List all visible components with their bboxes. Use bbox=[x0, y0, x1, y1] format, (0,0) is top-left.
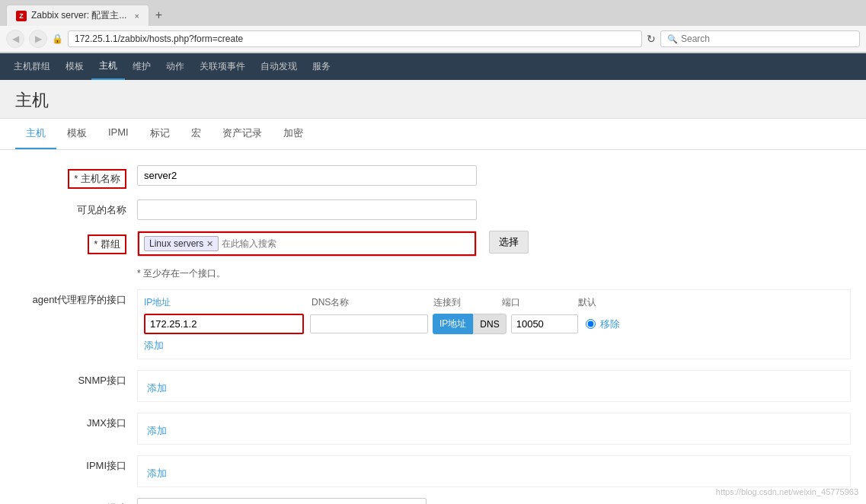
add-interface-link[interactable]: 添加 bbox=[144, 339, 164, 352]
active-tab: Z Zabbix server: 配置主... × bbox=[6, 5, 149, 26]
search-icon: 🔍 bbox=[667, 34, 678, 44]
jmx-interface-row: JMX接口 添加 bbox=[23, 413, 851, 445]
visible-name-label: 可见的名称 bbox=[23, 199, 137, 217]
remove-interface-link[interactable]: 移除 bbox=[600, 317, 620, 331]
agent-interface-label: agent代理程序的接口 bbox=[23, 289, 137, 307]
group-row: * 群组 Linux servers ✕ 选择 bbox=[23, 231, 851, 257]
interface-notice: * 至少存在一个接口。 bbox=[23, 267, 851, 280]
jmx-body: 添加 bbox=[137, 413, 851, 445]
agent-interface-table: IP地址 DNS名称 连接到 端口 默认 IP地址 DNS 移除 bbox=[137, 289, 851, 359]
watermark: https://blog.csdn.net/weixin_45775963 bbox=[716, 487, 858, 496]
agent-interface-row: agent代理程序的接口 IP地址 DNS名称 连接到 端口 默认 IP地址 D… bbox=[23, 289, 851, 359]
port-input[interactable] bbox=[511, 314, 578, 333]
snmp-add-link[interactable]: 添加 bbox=[147, 381, 167, 395]
group-tag-label: Linux servers bbox=[149, 238, 203, 249]
visible-name-input[interactable] bbox=[137, 199, 477, 220]
ipmi-interface-label: IPMI接口 bbox=[23, 455, 137, 473]
tab-bar: Z Zabbix server: 配置主... × + bbox=[0, 0, 866, 26]
hostname-input[interactable] bbox=[137, 165, 477, 186]
tab-template[interactable]: 模板 bbox=[56, 119, 97, 149]
tab-encryption[interactable]: 加密 bbox=[273, 119, 314, 149]
agent-interface-data: IP地址 DNS 移除 bbox=[144, 314, 844, 334]
form-tabs: 主机 模板 IPMI 标记 宏 资产记录 加密 bbox=[0, 119, 866, 150]
page-content: 主机 主机 模板 IPMI 标记 宏 资产记录 加密 * 主机名称 可见的名称 … bbox=[0, 80, 866, 504]
group-field: Linux servers ✕ bbox=[137, 231, 477, 257]
ip-input[interactable] bbox=[144, 314, 304, 334]
port-header: 端口 bbox=[502, 296, 578, 309]
tab-title: Zabbix server: 配置主... bbox=[31, 9, 126, 22]
hostname-row: * 主机名称 bbox=[23, 165, 851, 189]
forward-button[interactable]: ▶ bbox=[29, 30, 47, 48]
tab-macros[interactable]: 宏 bbox=[181, 119, 212, 149]
snmp-interface-row: SNMP接口 添加 bbox=[23, 370, 851, 402]
nav-item-maintenance[interactable]: 维护 bbox=[125, 54, 158, 79]
address-bar: ◀ ▶ 🔒 ↻ 🔍 bbox=[0, 26, 866, 53]
ipmi-body: 添加 bbox=[137, 455, 851, 487]
tab-asset[interactable]: 资产记录 bbox=[212, 119, 273, 149]
nav-item-trigger-events[interactable]: 关联项事件 bbox=[192, 54, 253, 79]
search-bar: 🔍 bbox=[660, 30, 860, 47]
tab-close-button[interactable]: × bbox=[134, 11, 139, 21]
browser-chrome: Z Zabbix server: 配置主... × + ◀ ▶ 🔒 ↻ 🔍 bbox=[0, 0, 866, 53]
snmp-label: SNMP接口 bbox=[23, 370, 137, 388]
tab-tags[interactable]: 标记 bbox=[139, 119, 181, 149]
nav-item-discovery[interactable]: 自动发现 bbox=[253, 54, 305, 79]
dns-input[interactable] bbox=[310, 314, 428, 333]
group-required-label: * 群组 bbox=[88, 234, 126, 254]
group-tags-container: Linux servers ✕ bbox=[138, 231, 476, 256]
ip-header: IP地址 bbox=[144, 296, 312, 309]
nav-item-host-groups[interactable]: 主机群组 bbox=[6, 54, 58, 79]
snmp-body: 添加 bbox=[137, 370, 851, 402]
group-tag-linux-servers: Linux servers ✕ bbox=[144, 236, 219, 251]
hostname-required-label: * 主机名称 bbox=[68, 169, 126, 189]
connect-header: 连接到 bbox=[433, 296, 502, 309]
default-radio[interactable] bbox=[586, 319, 596, 329]
connect-ip-button[interactable]: IP地址 bbox=[433, 314, 473, 334]
back-button[interactable]: ◀ bbox=[6, 30, 24, 48]
interface-headers: IP地址 DNS名称 连接到 端口 默认 bbox=[144, 296, 844, 309]
visible-name-row: 可见的名称 bbox=[23, 199, 851, 220]
dns-header: DNS名称 bbox=[312, 296, 433, 309]
page-title: 主机 bbox=[0, 80, 866, 119]
nav-item-services[interactable]: 服务 bbox=[305, 54, 338, 79]
tab-favicon: Z bbox=[16, 11, 27, 21]
nav-item-templates[interactable]: 模板 bbox=[58, 54, 91, 79]
tab-ipmi[interactable]: IPMI bbox=[97, 119, 139, 149]
url-input[interactable] bbox=[68, 30, 642, 47]
group-label: * 群组 bbox=[23, 231, 137, 254]
description-textarea[interactable] bbox=[137, 498, 427, 504]
jmx-add-link[interactable]: 添加 bbox=[147, 424, 167, 438]
refresh-button[interactable]: ↻ bbox=[647, 33, 656, 45]
hostname-label: * 主机名称 bbox=[23, 165, 137, 189]
new-tab-button[interactable]: + bbox=[149, 5, 168, 25]
connect-dns-button[interactable]: DNS bbox=[473, 314, 506, 334]
tab-host[interactable]: 主机 bbox=[15, 119, 56, 149]
description-label: 描述 bbox=[23, 498, 137, 504]
default-header: 默认 bbox=[578, 296, 624, 309]
description-row: 描述 bbox=[23, 498, 851, 504]
nav-item-actions[interactable]: 动作 bbox=[158, 54, 192, 79]
nav-item-hosts[interactable]: 主机 bbox=[91, 53, 125, 80]
ipmi-interface-row: IPMI接口 添加 bbox=[23, 455, 851, 487]
form-body: * 主机名称 可见的名称 * 群组 Linux servers ✕ bbox=[0, 150, 866, 504]
group-tag-remove[interactable]: ✕ bbox=[206, 239, 213, 249]
select-group-button[interactable]: 选择 bbox=[489, 231, 529, 254]
connect-buttons: IP地址 DNS bbox=[433, 314, 506, 334]
group-search-input[interactable] bbox=[222, 238, 313, 249]
app-nav: 主机群组 模板 主机 维护 动作 关联项事件 自动发现 服务 bbox=[0, 53, 866, 80]
jmx-label: JMX接口 bbox=[23, 413, 137, 430]
ipmi-add-link[interactable]: 添加 bbox=[147, 467, 167, 480]
search-input[interactable] bbox=[681, 33, 853, 44]
lock-icon: 🔒 bbox=[52, 33, 63, 44]
